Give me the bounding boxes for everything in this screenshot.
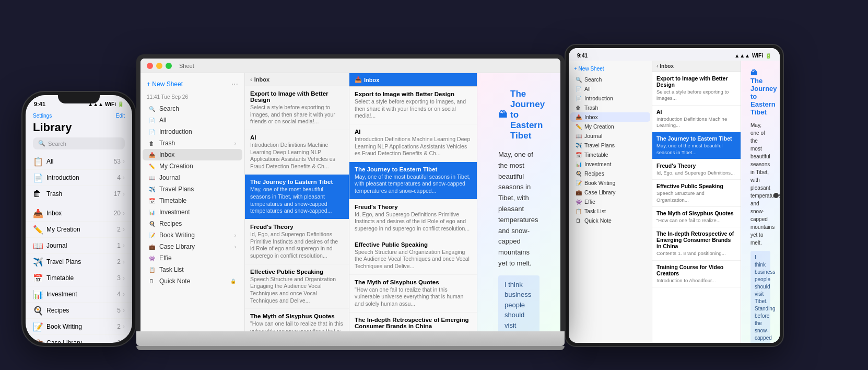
mac-editor-pane[interactable]: 🏔 The Journey to Eastern Tibet May, one … [477, 73, 560, 331]
ipad-sidebar-all[interactable]: All [570, 84, 650, 94]
iphone-lib-item-mycreation[interactable]: ✏️ My Creation 2 › [26, 222, 132, 238]
ipad-sidebar-caselibrary[interactable]: Case Library [570, 188, 650, 197]
mac-sidebar-caselibrary[interactable]: Case Library › [143, 241, 242, 252]
iphone-lib-inbox-arrow: › [123, 210, 125, 217]
ipad-app-layout: + New Sheet Search All Introductio [569, 61, 780, 343]
mac-sidebar-effie[interactable]: Effie [143, 252, 242, 264]
journal-icon: 📖 [33, 241, 42, 250]
traffic-light-green[interactable] [166, 63, 172, 69]
iphone-lib-item-timetable[interactable]: 📅 Timetable 3 › [26, 270, 132, 286]
mac-list-main-export[interactable]: Export to Image with Better Design Selec… [349, 87, 477, 124]
ipad-sidebar-intro-label: Introduction [584, 95, 645, 101]
mac-list-item-export[interactable]: Export to Image with Better Design Selec… [245, 86, 349, 130]
mac-list-item-sisyphus[interactable]: The Myth of Sisyphus Quotes "How can one… [245, 309, 349, 331]
mac-sidebar-introduction[interactable]: Introduction [143, 126, 242, 137]
mac-list-main-consumer[interactable]: The In-depth Retrospective of Emerging C… [349, 313, 477, 331]
mac-sidebar-tasklist[interactable]: Task List [143, 264, 242, 275]
iphone-lib-timetable-label: Timetable [46, 274, 117, 282]
mac-list-item-speaking[interactable]: Effective Public Speaking Speech Structu… [245, 264, 349, 309]
mac-sidebar-trash[interactable]: Trash › [143, 137, 242, 149]
ipad-sidebar-recipes[interactable]: Recipes [570, 169, 650, 178]
mac-new-sheet-button[interactable]: + New Sheet [147, 80, 183, 88]
mac-list-item-tibet[interactable]: The Journey to Eastern Tibet May, one of… [245, 175, 349, 219]
ipad-sidebar-search[interactable]: Search [570, 75, 650, 84]
mac-list-main-speaking[interactable]: Effective Public Speaking Speech Structu… [349, 237, 477, 275]
mac-list-main-freud[interactable]: Freud's Theory Id, Ego, and Superego Def… [349, 200, 477, 237]
ipad-sidebar-tasklist[interactable]: Task List [570, 206, 650, 216]
ipad-timetable-icon [576, 152, 582, 158]
ipad-sidebar-effie[interactable]: Effie [570, 197, 650, 206]
mac-sidebar-travelplans[interactable]: Travel Plans [143, 183, 242, 195]
ipad-sidebar-quicknote[interactable]: Quick Note [570, 216, 650, 225]
mac-sidebar-timetable[interactable]: Timetable [143, 195, 242, 206]
mac-sidebar-dots[interactable]: ··· [231, 79, 238, 89]
iphone-lib-item-recipes[interactable]: 🍳 Recipes 5 › [26, 303, 132, 319]
mac-list-item-freud[interactable]: Freud's Theory Id, Ego, and Superego Def… [245, 219, 349, 264]
mac-list-main-ai[interactable]: AI Introduction Definitions Machine Lear… [349, 124, 477, 162]
ipad-list-export[interactable]: Export to Image with Better Design Selec… [652, 72, 741, 106]
ipad-list-tibet[interactable]: The Journey to Eastern Tibet May, one of… [652, 132, 741, 159]
introduction-icon: 📄 [33, 173, 42, 182]
mac-sidebar-bookwriting-label: Book Writing [159, 232, 231, 239]
ipad-sidebar-timetable[interactable]: Timetable [570, 150, 650, 159]
ipad-list-title-sisyphus: The Myth of Sisyphus Quotes [656, 210, 736, 216]
iphone-lib-header: Settings Edit [26, 110, 132, 121]
mac-list-item-ai[interactable]: AI Introduction Definitions Machine Lear… [245, 130, 349, 175]
iphone-lib-item-all[interactable]: 📋 All 53 › [26, 154, 132, 170]
iphone-search-bar[interactable]: 🔍 Search [33, 137, 125, 149]
ipad-sidebar-inbox[interactable]: Inbox [570, 112, 650, 122]
iphone-lib-item-travelplans[interactable]: ✈️ Travel Plans 2 › [26, 254, 132, 270]
macbook-hinge [136, 346, 565, 350]
ipad-list-consumer[interactable]: The In-depth Retrospective of Emerging C… [652, 227, 741, 260]
iphone-lib-item-journal[interactable]: 📖 Journal 1 › [26, 238, 132, 254]
iphone-lib-timetable-arrow: › [123, 274, 125, 282]
mac-app-layout: + New Sheet ··· 11:41 Tue Sep 26 Search … [140, 73, 560, 331]
ipad-list-back-icon[interactable]: ‹ [656, 63, 658, 69]
mac-list-back-icon[interactable]: ‹ [250, 76, 252, 83]
mac-list-main-sisyphus[interactable]: The Myth of Sisyphus Quotes "How can one… [349, 275, 477, 313]
iphone-settings-button[interactable]: Settings [33, 113, 52, 119]
iphone-edit-button[interactable]: Edit [116, 113, 125, 119]
traffic-light-yellow[interactable] [156, 63, 162, 69]
mac-sidebar-recipes[interactable]: Recipes [143, 218, 242, 229]
ipad-list-pane: ‹ Inbox Export to Image with Better Desi… [652, 61, 741, 343]
ipad-sidebar-investment-label: Investment [584, 161, 645, 167]
mac-sidebar-inbox[interactable]: Inbox [143, 149, 242, 160]
mac-list-main-tibet[interactable]: The Journey to Eastern Tibet May, one of… [349, 162, 477, 200]
iphone-screen: 9:41 ▲▲▲ WiFi 🔋 Settings Edit Library [26, 95, 132, 343]
iphone-lib-item-caselibrary[interactable]: 💼 Case Library 2 › [26, 335, 132, 343]
search-sidebar-icon [149, 105, 156, 112]
ipad-new-sheet-button[interactable]: + New Sheet [574, 66, 604, 72]
ipad-sidebar-mycreation[interactable]: My Creation [570, 122, 650, 131]
ipad-sidebar-trash[interactable]: Trash [570, 103, 650, 112]
mac-sidebar-bookwriting[interactable]: Book Writing › [143, 229, 242, 241]
ipad-list-preview-freud: Id, Ego, and Superego Definitions... [656, 170, 736, 176]
traffic-light-red[interactable] [147, 63, 153, 69]
iphone-lib-item-inbox[interactable]: 📥 Inbox 20 › [26, 205, 132, 222]
ipad-list-speaking[interactable]: Effective Public Speaking Speech Structu… [652, 180, 741, 207]
ipad-list-video[interactable]: Training Course for Video Creators Intro… [652, 261, 741, 287]
mac-sidebar: + New Sheet ··· 11:41 Tue Sep 26 Search … [140, 73, 245, 331]
iphone-lib-item-bookwriting[interactable]: 📝 Book Writing 2 › [26, 319, 132, 335]
ipad-list-freud[interactable]: Freud's Theory Id, Ego, and Superego Def… [652, 159, 741, 180]
editor-title-text: The Journey to Eastern Tibet [510, 89, 545, 141]
mac-sidebar-mycreation[interactable]: My Creation [143, 160, 242, 172]
mac-sidebar-investment[interactable]: Investment [143, 206, 242, 218]
ipad-sidebar-investment[interactable]: Investment [570, 159, 650, 169]
iphone-lib-travelplans-count: 2 [117, 258, 121, 265]
ipad-list-sisyphus[interactable]: The Myth of Sisyphus Quotes "How can one… [652, 207, 741, 227]
ipad-sidebar-introduction[interactable]: Introduction [570, 94, 650, 103]
iphone-library-title: Library [26, 121, 132, 137]
iphone-lib-item-introduction[interactable]: 📄 Introduction 4 › [26, 170, 132, 186]
ipad-sidebar-journal[interactable]: Journal [570, 131, 650, 141]
mac-sidebar-all[interactable]: All [143, 114, 242, 126]
ipad-sidebar-travelplans[interactable]: Travel Plans [570, 141, 650, 150]
iphone-lib-item-investment[interactable]: 📊 Investment 4 › [26, 286, 132, 303]
mac-sidebar-journal[interactable]: Journal [143, 172, 242, 183]
ipad-sidebar-bookwriting[interactable]: Book Writing [570, 178, 650, 188]
mac-sidebar-quicknote[interactable]: Quick Note 🔒 [143, 275, 242, 287]
ipad-list-ai[interactable]: AI Introduction Definitions Machine Lear… [652, 106, 741, 133]
iphone-lib-item-trash[interactable]: 🗑 Trash 17 › [26, 186, 132, 202]
ipad-editor-pane[interactable]: 🏔 The Journey to Eastern Tibet May, one … [741, 61, 780, 343]
mac-sidebar-search[interactable]: Search [143, 103, 242, 114]
